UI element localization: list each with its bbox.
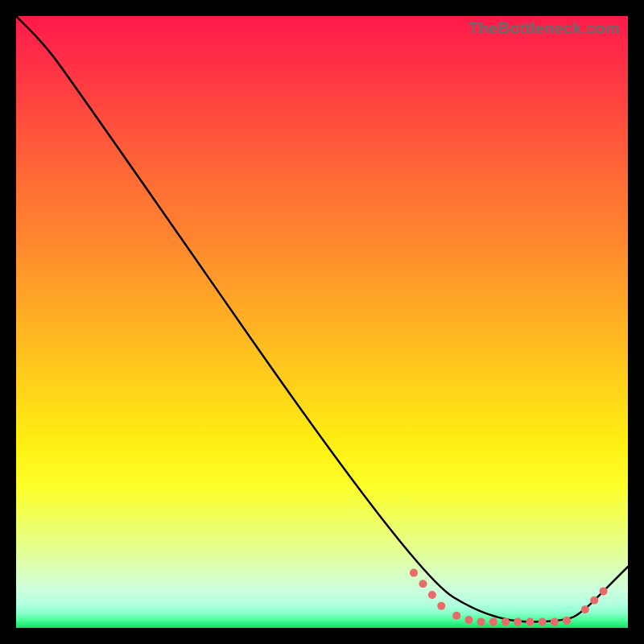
highlight-dot bbox=[539, 617, 547, 625]
highlight-dots-group bbox=[410, 569, 608, 626]
highlight-dot bbox=[464, 616, 473, 624]
highlight-dot bbox=[419, 580, 427, 588]
highlight-dot bbox=[563, 617, 571, 625]
highlight-dot bbox=[428, 591, 436, 599]
highlight-dot bbox=[410, 569, 418, 577]
highlight-dot bbox=[477, 617, 485, 625]
chart-frame: TheBottleneck.com bbox=[0, 0, 644, 644]
highlight-dot bbox=[489, 617, 497, 625]
highlight-dot bbox=[502, 617, 510, 625]
highlight-dot bbox=[526, 617, 534, 625]
chart-svg bbox=[16, 16, 628, 628]
plot-area: TheBottleneck.com bbox=[16, 16, 628, 628]
bottleneck-curve-path bbox=[16, 16, 628, 621]
highlight-dot bbox=[590, 597, 598, 605]
highlight-dot bbox=[600, 587, 608, 595]
highlight-dot bbox=[551, 617, 559, 625]
highlight-dot bbox=[452, 612, 460, 620]
highlight-dot bbox=[437, 602, 445, 610]
highlight-dot bbox=[514, 617, 522, 625]
highlight-dot bbox=[581, 605, 589, 613]
